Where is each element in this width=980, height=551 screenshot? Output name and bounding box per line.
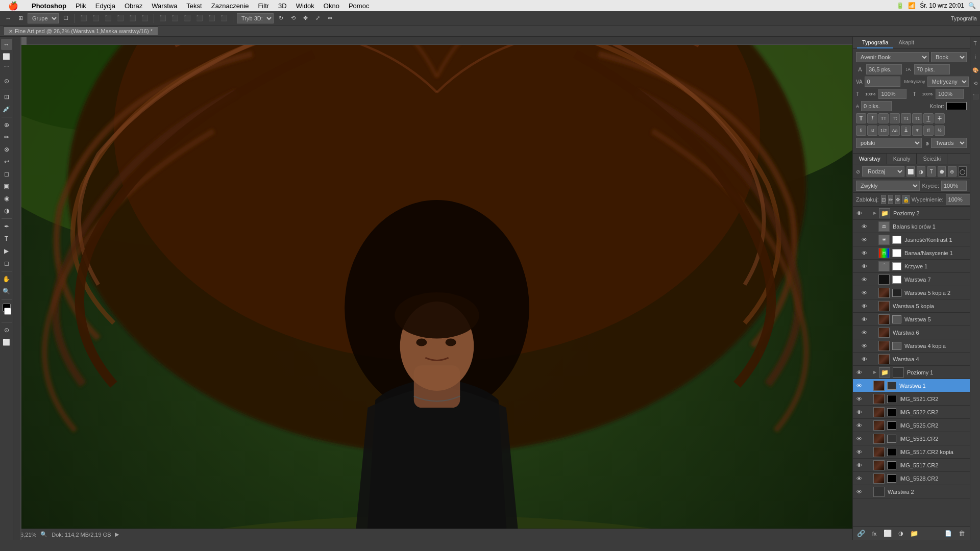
- font-style-select[interactable]: Book: [931, 52, 967, 62]
- panel-icon-layers[interactable]: ⬛: [971, 92, 980, 101]
- format-frac[interactable]: 1/2: [878, 126, 889, 136]
- layer-item[interactable]: 👁 IMG_5525.CR2: [853, 419, 970, 432]
- quick-mask-mode[interactable]: ⊙: [1, 324, 12, 336]
- format-ordinal[interactable]: Aa: [890, 126, 900, 136]
- filter-adj-btn[interactable]: ◑: [917, 166, 925, 177]
- tab-warstwy[interactable]: Warstwy: [853, 154, 887, 164]
- tab-sciezki[interactable]: Ścieżki: [917, 154, 947, 164]
- filter-shape-btn[interactable]: ⬟: [938, 166, 946, 177]
- tab-typografia[interactable]: Typografia: [857, 37, 893, 48]
- history-brush-tool[interactable]: ↩: [1, 156, 12, 167]
- panel-icon-history[interactable]: ⟲: [971, 79, 980, 88]
- collapse-arrow[interactable]: ▶: [873, 211, 876, 215]
- layer-visibility-toggle[interactable]: 👁: [860, 355, 868, 363]
- filter-type-btn[interactable]: T: [927, 166, 936, 177]
- layer-visibility-toggle[interactable]: 👁: [855, 421, 863, 430]
- layer-item[interactable]: 👁 H Barwa/Nasycenie 1: [853, 246, 970, 260]
- layer-visibility-toggle[interactable]: 👁: [855, 461, 863, 469]
- rectangular-marquee-tool[interactable]: ⬜: [1, 51, 12, 62]
- zoom-tool[interactable]: 🔍: [1, 286, 12, 297]
- layer-visibility-toggle[interactable]: 👁: [860, 276, 868, 284]
- search-icon[interactable]: 🔍: [968, 2, 976, 9]
- menu-pomoc[interactable]: Pomoc: [345, 1, 373, 11]
- layer-item[interactable]: 👁 ▶ 📁 Poziomy 1: [853, 366, 970, 379]
- format-bold[interactable]: T: [856, 113, 866, 123]
- format-oldstyle[interactable]: st: [867, 126, 877, 136]
- distribute-left[interactable]: ⬛: [158, 13, 168, 23]
- layer-item[interactable]: 👁 Warstwa 4: [853, 353, 970, 366]
- layer-item[interactable]: 👁 IMG_5522.CR2: [853, 406, 970, 419]
- align-top[interactable]: ⬛: [115, 13, 126, 23]
- align-center-h[interactable]: ⬛: [91, 13, 101, 23]
- new-group-btn[interactable]: 📁: [909, 529, 919, 538]
- layer-visibility-toggle[interactable]: 👁: [855, 474, 863, 483]
- scale-h-input[interactable]: [878, 89, 906, 99]
- lasso-tool[interactable]: ⌒: [1, 63, 12, 74]
- collapse-arrow[interactable]: ▶: [873, 370, 876, 374]
- tracking-input[interactable]: [865, 77, 900, 87]
- healing-brush-tool[interactable]: ⊕: [1, 119, 12, 131]
- tab-kanaly[interactable]: Kanały: [887, 154, 917, 164]
- layer-item[interactable]: 👁 Warstwa 5 kopia 2: [853, 286, 970, 299]
- group-select[interactable]: Grupe: [28, 13, 59, 23]
- 3d-mode-select[interactable]: Tryb 3D:: [237, 13, 274, 23]
- move-tool[interactable]: ↔: [1, 39, 12, 50]
- format-titling[interactable]: Ŧ: [912, 126, 922, 136]
- layer-visibility-toggle[interactable]: 👁: [860, 236, 868, 244]
- kerning-select[interactable]: Metryczny: [927, 77, 969, 87]
- blur-tool[interactable]: ◉: [1, 193, 12, 204]
- layer-item[interactable]: 👁 IMG_5517.CR2 kopia: [853, 445, 970, 459]
- layer-fx-btn[interactable]: fx: [869, 529, 879, 538]
- panel-icon-typography[interactable]: T: [971, 39, 980, 48]
- layer-item[interactable]: 👁 IMG_5531.CR2: [853, 432, 970, 445]
- add-adjustment-btn[interactable]: ◑: [896, 529, 906, 538]
- layer-visibility-toggle[interactable]: 👁: [855, 488, 863, 496]
- menu-zaznaczenie[interactable]: Zaznaczenie: [207, 1, 253, 11]
- apple-menu[interactable]: 🍎: [4, 0, 22, 12]
- panel-icon-color[interactable]: 🎨: [971, 65, 980, 74]
- layer-item[interactable]: 👁 ⌒ Krzywe 1: [853, 260, 970, 273]
- align-bottom[interactable]: ⬛: [140, 13, 150, 23]
- layer-visibility-toggle[interactable]: 👁: [860, 262, 868, 270]
- layer-visibility-toggle[interactable]: 👁: [855, 448, 863, 456]
- canvas[interactable]: [21, 45, 852, 540]
- distribute-center-v[interactable]: ⬛: [207, 13, 217, 23]
- lock-position-btn[interactable]: ✥: [895, 195, 900, 204]
- format-contextual[interactable]: ff: [923, 126, 934, 136]
- new-layer-btn[interactable]: 📄: [943, 529, 953, 538]
- layer-item[interactable]: 👁 IMG_5517.CR2: [853, 459, 970, 472]
- text-color-swatch[interactable]: [946, 102, 967, 110]
- format-strikethrough[interactable]: T: [935, 113, 945, 123]
- pen-tool[interactable]: ✒: [1, 221, 12, 232]
- auto-select[interactable]: ⊞: [15, 13, 26, 23]
- format-italic[interactable]: T: [867, 113, 877, 123]
- dodge-tool[interactable]: ◑: [1, 205, 12, 216]
- brush-tool[interactable]: ✏: [1, 132, 12, 143]
- layer-visibility-toggle[interactable]: 👁: [855, 435, 863, 443]
- delete-layer-btn[interactable]: 🗑: [957, 529, 967, 538]
- format-smallcaps[interactable]: Tt: [890, 113, 900, 123]
- lock-paint-btn[interactable]: ✏: [888, 195, 893, 204]
- layer-link-btn[interactable]: 🔗: [856, 529, 866, 538]
- lock-all-btn[interactable]: 🔒: [902, 195, 910, 204]
- menu-filtr[interactable]: Filtr: [254, 1, 273, 11]
- distribute-right[interactable]: ⬛: [182, 13, 192, 23]
- align-center-v[interactable]: ⬛: [128, 13, 138, 23]
- distribute-top[interactable]: ⬛: [194, 13, 205, 23]
- leading-input[interactable]: [914, 64, 950, 74]
- format-allcaps[interactable]: TT: [878, 113, 889, 123]
- background-color[interactable]: [4, 308, 11, 315]
- format-subscript[interactable]: T1: [912, 113, 922, 123]
- layer-filter-select[interactable]: Rodzaj: [862, 166, 904, 177]
- 3d-roll[interactable]: ⟲: [288, 13, 298, 23]
- eraser-tool[interactable]: ◻: [1, 168, 12, 180]
- font-size-input[interactable]: [866, 64, 902, 74]
- zoom-icon[interactable]: 🔍: [40, 531, 47, 538]
- layer-item[interactable]: 👁 Warstwa 7: [853, 273, 970, 286]
- layer-visibility-toggle[interactable]: 👁: [860, 289, 868, 297]
- tab-akapit[interactable]: Akapit: [893, 37, 919, 48]
- quick-select-tool[interactable]: ⊙: [1, 76, 12, 87]
- fill-input[interactable]: [946, 194, 970, 205]
- distribute-center-h[interactable]: ⬛: [170, 13, 180, 23]
- menu-tekst[interactable]: Tekst: [182, 1, 206, 11]
